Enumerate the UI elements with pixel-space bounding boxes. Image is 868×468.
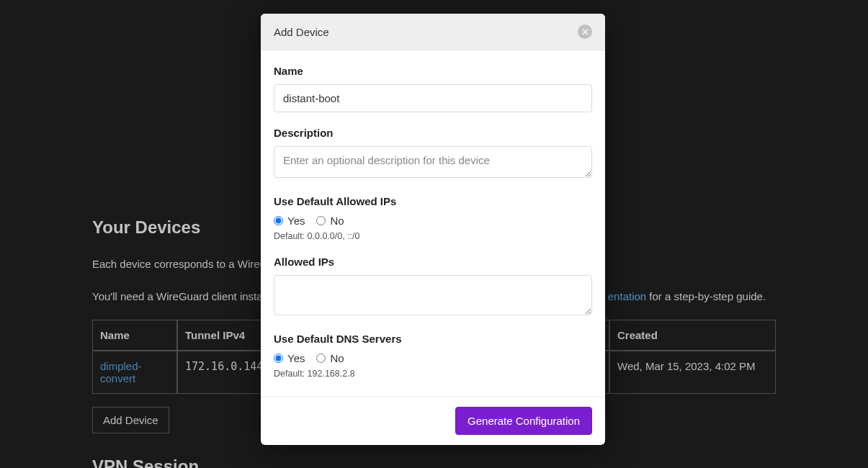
add-device-modal: Add Device ✕ Name Description Use Defaul… bbox=[261, 14, 605, 445]
allowed-ips-input[interactable] bbox=[274, 275, 592, 315]
modal-footer: Generate Configuration bbox=[261, 396, 605, 445]
modal-body: Name Description Use Default Allowed IPs… bbox=[261, 50, 605, 396]
use-default-dns-label: Use Default DNS Servers bbox=[274, 333, 592, 345]
modal-title: Add Device bbox=[274, 26, 329, 38]
name-input[interactable] bbox=[274, 84, 592, 112]
use-default-allowed-ips-label: Use Default Allowed IPs bbox=[274, 195, 592, 207]
allowed-ips-no-radio[interactable] bbox=[316, 216, 326, 225]
dns-yes-radio[interactable] bbox=[274, 354, 283, 363]
description-input[interactable] bbox=[274, 146, 592, 178]
generate-configuration-button[interactable]: Generate Configuration bbox=[455, 407, 592, 435]
dns-yes-option[interactable]: Yes bbox=[274, 352, 305, 364]
dns-yes-text: Yes bbox=[287, 352, 305, 364]
allowed-ips-yes-text: Yes bbox=[287, 215, 305, 227]
dns-no-text: No bbox=[330, 352, 344, 364]
description-label: Description bbox=[274, 127, 592, 139]
allowed-ips-hint: Default: 0.0.0.0/0, ::/0 bbox=[274, 231, 592, 241]
name-label: Name bbox=[274, 65, 592, 77]
allowed-ips-no-option[interactable]: No bbox=[316, 215, 344, 227]
dns-no-radio[interactable] bbox=[316, 354, 326, 363]
dns-hint: Default: 192.168.2.8 bbox=[274, 369, 592, 379]
allowed-ips-yes-option[interactable]: Yes bbox=[274, 215, 305, 227]
dns-no-option[interactable]: No bbox=[316, 352, 344, 364]
allowed-ips-label: Allowed IPs bbox=[274, 256, 592, 268]
close-icon[interactable]: ✕ bbox=[578, 24, 592, 39]
modal-header: Add Device ✕ bbox=[261, 14, 605, 50]
allowed-ips-no-text: No bbox=[330, 215, 344, 227]
allowed-ips-yes-radio[interactable] bbox=[274, 216, 283, 225]
